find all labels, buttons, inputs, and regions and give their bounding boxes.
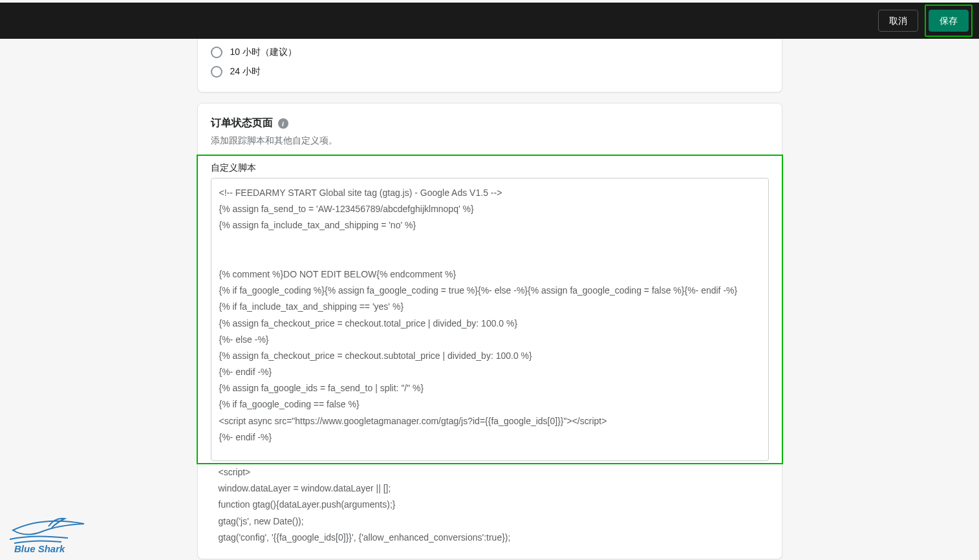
cancel-button[interactable]: 取消	[878, 10, 918, 32]
custom-script-field: 自定义脚本	[198, 156, 782, 463]
blue-shark-logo: Blue Shark	[6, 503, 91, 555]
topbar: 取消 保存	[0, 3, 979, 39]
save-button-highlight-box: 保存	[925, 5, 973, 38]
radio-label: 24 小时	[230, 66, 261, 78]
page-content: 10 小时（建议） 24 小时 订单状态页面 i 添加跟踪脚本和其他自定义项。 …	[197, 39, 782, 560]
radio-option-24h[interactable]: 24 小时	[211, 62, 769, 81]
section-title-row: 订单状态页面 i	[211, 116, 769, 130]
radio-label: 10 小时（建议）	[230, 47, 297, 58]
order-status-card: 订单状态页面 i 添加跟踪脚本和其他自定义项。 自定义脚本 <script> w…	[197, 103, 782, 559]
section-title: 订单状态页面	[211, 116, 273, 130]
custom-script-label: 自定义脚本	[211, 162, 769, 174]
info-icon[interactable]: i	[278, 118, 288, 129]
radio-option-10h[interactable]: 10 小时（建议）	[211, 43, 769, 62]
section-subtitle: 添加跟踪脚本和其他自定义项。	[211, 135, 769, 147]
save-button[interactable]: 保存	[929, 10, 969, 32]
custom-script-highlight-box: 自定义脚本	[197, 155, 783, 464]
section-header: 订单状态页面 i 添加跟踪脚本和其他自定义项。	[198, 103, 782, 155]
svg-text:Blue Shark: Blue Shark	[14, 543, 65, 554]
abandoned-checkout-card: 10 小时（建议） 24 小时	[197, 39, 782, 92]
custom-script-overflow-text: <script> window.dataLayer = window.dataL…	[198, 464, 782, 559]
custom-script-textarea[interactable]	[211, 178, 769, 461]
radio-icon	[211, 47, 222, 58]
radio-group: 10 小时（建议） 24 小时	[198, 39, 782, 92]
radio-icon	[211, 66, 222, 78]
